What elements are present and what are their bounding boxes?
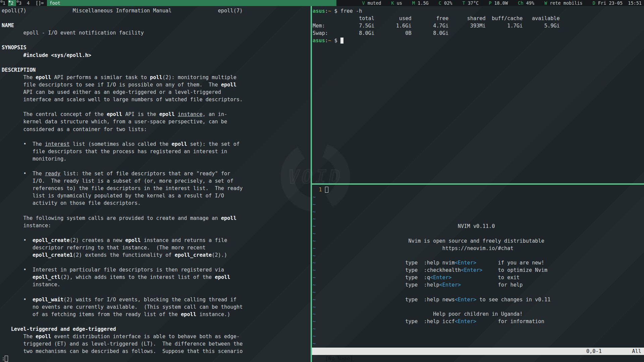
nvim-empty-line: ~ type :help news<Enter> to see changes … (313, 296, 643, 304)
nvim-empty-line: ~ (313, 333, 643, 340)
nvim-empty-line: ~ NVIM v0.11.0 (313, 223, 643, 230)
nvim-line-1: 1 (313, 186, 643, 194)
tag-occupied-indicator-icon (9, 1, 10, 2)
tilde-marker: ~ (313, 194, 316, 200)
tilde-marker: ~ (313, 201, 316, 207)
tilde-marker: ~ (313, 267, 316, 273)
cursor-position-ruler: 0,0-1 (586, 348, 602, 355)
line-number: 1 (313, 187, 325, 193)
nvim-empty-line: ~ type :help iccf<Enter> for information (313, 318, 643, 325)
status-module-c: C 02% (439, 0, 452, 6)
tilde-marker: ~ (313, 318, 316, 324)
man-page-content: epoll(7) Miscellaneous Information Manua… (2, 7, 243, 362)
tilde-marker: ~ (313, 297, 316, 303)
nvim-empty-line: ~ (313, 325, 643, 333)
nvim-empty-line: ~ type :checkhealth<Enter> to optimize N… (313, 267, 643, 274)
nvim-empty-line: ~ Nvim is open source and freely distrib… (313, 238, 643, 245)
nvim-empty-line: ~ (313, 230, 643, 238)
focused-window-title: foot (47, 0, 336, 6)
tilde-marker: ~ (313, 333, 316, 339)
workspace-tag-2[interactable]: 2 (8, 0, 16, 6)
nvim-empty-line: ~ (313, 208, 643, 216)
nvim-empty-line: ~ Help poor children in Uganda! (313, 311, 643, 318)
tag-occupied-indicator-icon (17, 1, 18, 2)
status-module-d: D Fri 23-05 15:51 (593, 0, 642, 6)
neovim-buffer: 1 ~~~~~ NVIM v0.11.0~~ Nvim is open sour… (313, 186, 643, 348)
tag-occupied-indicator-icon (1, 1, 2, 2)
window-border-horizontal (312, 183, 644, 185)
tilde-marker: ~ (313, 282, 316, 288)
status-module-p: P 18.0W (489, 0, 508, 6)
nvim-empty-line: ~ https://neovim.io/#chat (313, 245, 643, 252)
workspace-tag-1[interactable]: 1 (0, 0, 8, 6)
neovim-window[interactable]: 1 ~~~~~ NVIM v0.11.0~~ Nvim is open sour… (312, 185, 644, 362)
workspace-tags: 1234 (0, 0, 32, 6)
nvim-empty-line: ~ (313, 194, 643, 201)
tilde-marker: ~ (313, 223, 316, 229)
status-bar: 1234 []= foot V mutedK usM 1.5GC 02%T 37… (0, 0, 644, 6)
nvim-empty-line: ~ type :help<Enter> for help (313, 282, 643, 289)
status-module-m: M 1.5G (412, 0, 429, 6)
shell-output: asus:~ $ free -h total used free shared … (313, 7, 560, 44)
status-module-v: V muted (362, 0, 381, 6)
nvim-empty-line: ~ (313, 216, 643, 223)
tilde-marker: ~ (313, 311, 316, 317)
tilde-marker: ~ (313, 326, 316, 332)
pager-cursor (5, 356, 8, 362)
nvim-empty-line: ~ type :help nvim<Enter> if you are new! (313, 259, 643, 267)
status-module-ch: Ch 49% (518, 0, 534, 6)
scroll-indicator: All (632, 348, 641, 355)
status-modules: V mutedK usM 1.5GC 02%T 37°CP 18.0WCh 49… (336, 0, 644, 6)
command-line (312, 355, 644, 362)
tilde-marker: ~ (313, 275, 316, 281)
nvim-empty-line: ~ (313, 304, 643, 311)
tilde-marker: ~ (313, 260, 316, 266)
nvim-cursor (325, 187, 328, 193)
tilde-marker: ~ (313, 304, 316, 310)
tilde-marker: ~ (313, 231, 316, 237)
tilde-marker: ~ (313, 253, 316, 259)
man-page-terminal[interactable]: epoll(7) Miscellaneous Information Manua… (0, 6, 311, 362)
nvim-empty-line: ~ (313, 252, 643, 260)
workspace-tag-3[interactable]: 3 (16, 0, 24, 6)
tilde-marker: ~ (313, 238, 316, 244)
status-module-w: W rete mobilis (544, 0, 583, 6)
tilde-marker: ~ (313, 209, 316, 215)
terminal-cursor (340, 38, 343, 44)
shell-terminal[interactable]: asus:~ $ free -h total used free shared … (312, 6, 644, 183)
tilde-marker: ~ (313, 245, 316, 251)
workspace-tag-4[interactable]: 4 (24, 0, 32, 6)
nvim-empty-line: ~ (313, 201, 643, 208)
tilde-marker: ~ (313, 341, 316, 347)
layout-indicator[interactable]: []= (32, 0, 47, 6)
tilde-marker: ~ (313, 216, 316, 222)
neovim-statusline: [No Name] 0,0-1 All (312, 348, 644, 355)
status-module-t: T 37°C (462, 0, 479, 6)
status-module-k: K us (391, 0, 402, 6)
tilde-marker: ~ (313, 289, 316, 295)
nvim-empty-line: ~ type :q<Enter> to exit (313, 274, 643, 282)
nvim-empty-line: ~ (313, 340, 643, 348)
nvim-empty-line: ~ (313, 289, 643, 296)
